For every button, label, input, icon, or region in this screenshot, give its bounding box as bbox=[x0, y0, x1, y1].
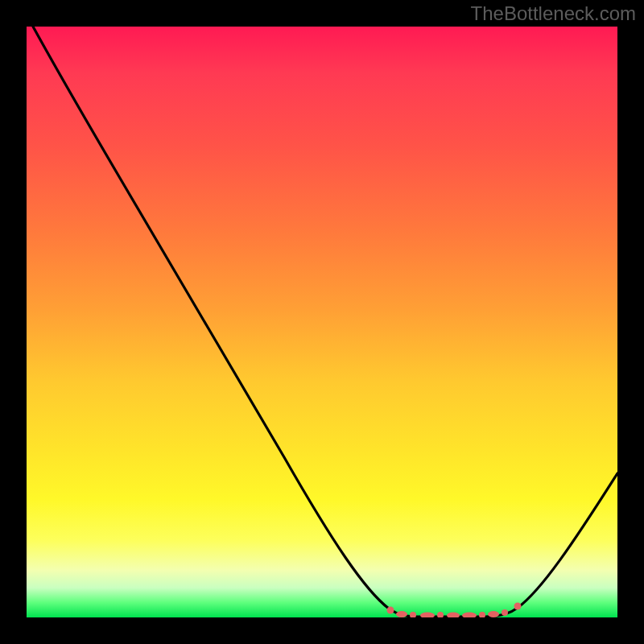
marker-dot bbox=[420, 613, 435, 618]
watermark-text: TheBottleneck.com bbox=[471, 2, 636, 25]
marker-dot bbox=[462, 613, 477, 618]
marker-dot bbox=[502, 609, 508, 616]
marker-dot bbox=[479, 612, 485, 617]
bottleneck-curve-path bbox=[33, 27, 617, 617]
marker-dot bbox=[488, 611, 499, 617]
chart-plot-area bbox=[27, 27, 617, 617]
marker-dot bbox=[410, 612, 416, 617]
marker-dot bbox=[396, 611, 407, 617]
marker-dot bbox=[447, 613, 460, 618]
marker-dot bbox=[387, 607, 394, 614]
marker-dot bbox=[514, 603, 522, 610]
chart-svg-layer bbox=[27, 27, 617, 617]
marker-dot bbox=[437, 612, 444, 617]
